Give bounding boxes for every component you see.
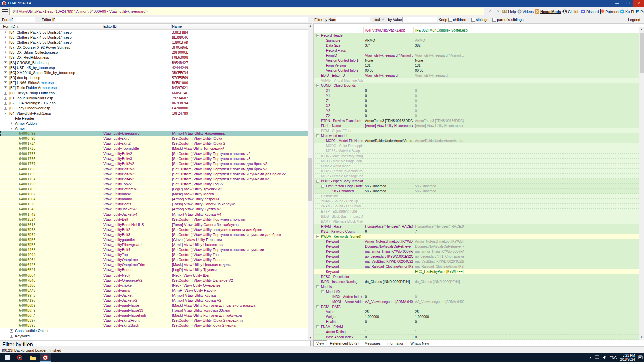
tree-record-row[interactable]: 64003DBFVtaw_utilityElbowguard[ArmL] Vta… bbox=[0, 242, 308, 247]
grid-row[interactable]: ICON - Male Inventory Image bbox=[314, 154, 639, 159]
grid-row[interactable]: VMAD - Virtual Machine Ada... bbox=[314, 78, 639, 83]
grid-row[interactable]: DESC - Description bbox=[314, 274, 639, 279]
override-column-header[interactable]: [FE 082] M8r Complex Sorter.esp bbox=[415, 28, 468, 32]
tree-record-row[interactable]: 64001757Vtaw_utilityBelt2v2[SetCustom] V… bbox=[0, 161, 308, 166]
tree-node-row[interactable]: +Keyword bbox=[0, 334, 308, 339]
grid-row[interactable]: FULL - Name[Armor] Vtaw Utility Наколенн… bbox=[314, 123, 639, 128]
tree-plugin-row[interactable]: +[5C] XM2010_SniperRifle_by_tooun.esp3BC… bbox=[0, 70, 308, 75]
tree-record-row[interactable]: 6400B0FAVtaw_utilitypantyhosehigh[Mask] … bbox=[0, 313, 308, 318]
tree-plugin-row[interactable]: +[60] Dickys Pinup Outfit.esp6605E14E bbox=[0, 90, 308, 96]
tree-record-row[interactable]: 6400830BVtaw_utilitychoker[Neck] Vtaw Ut… bbox=[0, 283, 308, 288]
tree-record-row[interactable]: 64003DBEVtaw_utilitygauntlet[Gloves] Vta… bbox=[0, 237, 308, 242]
tree-record-row[interactable]: 64001F40Vtaw_utilityJacketV3[Armor] Vtaw… bbox=[0, 207, 308, 212]
tree-record-row[interactable]: 6400175AVtaw_utilityBelt4v2[SetCustom] V… bbox=[0, 177, 308, 182]
expander-expand-icon[interactable]: + bbox=[4, 107, 7, 110]
grid-row[interactable]: MOD2 - Model FileNameArmor\RaiderUnderAr… bbox=[314, 138, 639, 143]
grid-row[interactable]: KSIZ - Keyword Count67 bbox=[314, 229, 639, 234]
file-explorer-icon[interactable] bbox=[27, 353, 38, 362]
grid-row[interactable]: −FNAM - FNAM bbox=[314, 324, 639, 329]
formid-input[interactable] bbox=[13, 17, 35, 22]
tab-referenced-by-2-[interactable]: Referenced By (2) bbox=[327, 340, 362, 346]
tree-plugin-row[interactable]: +[61] InoueKinkyKollars.esp79234682 bbox=[0, 96, 308, 101]
grid-row[interactable]: −Model #0 bbox=[314, 289, 639, 294]
tree-record-row[interactable]: 6400173AVtaw_utilityskirt2[SetCustom] Vt… bbox=[0, 141, 308, 146]
expander-expand-icon[interactable]: + bbox=[10, 122, 13, 125]
grid-row[interactable]: −OBND - Object Bounds bbox=[314, 83, 639, 88]
tree-plugin-row[interactable]: −[64] VtawUtilityPack1.esp10F24789 bbox=[0, 111, 308, 116]
grid-row[interactable]: Destructible bbox=[314, 194, 639, 199]
tree-record-row[interactable]: 64003618Vtaw_utilityBootsNoHHS[Torso] Vt… bbox=[0, 222, 308, 227]
keep-children-checkbox[interactable]: children bbox=[448, 18, 466, 22]
expander-expand-icon[interactable]: + bbox=[4, 102, 7, 105]
tree-column-header[interactable]: FormID ▲ EditorID Name bbox=[0, 24, 308, 30]
grid-row[interactable]: EITM - Object Effect bbox=[314, 128, 639, 133]
keep-siblings-checkbox[interactable]: siblings bbox=[471, 18, 488, 22]
scroll-thumb[interactable] bbox=[308, 158, 312, 201]
tree-plugin-row[interactable]: +[54] Clothes Pack 3 by DonEb14n.esp3381… bbox=[0, 30, 308, 35]
scroll-down-icon[interactable]: ▼ bbox=[639, 335, 644, 340]
grid-row[interactable]: Armor Rating11 bbox=[314, 329, 639, 335]
grid-row[interactable]: Z100 bbox=[314, 98, 639, 103]
tree-record-row[interactable]: 6400B0F9Vtaw_utilitypantyhose33[Torso] V… bbox=[0, 308, 308, 313]
tree-plugin-row[interactable]: +[5F] Toxic Raider Armour.espD4397621 bbox=[0, 85, 308, 90]
tree-node-row[interactable]: +Constructible Object bbox=[0, 328, 308, 334]
grid-row[interactable]: FormIDVtaw_utilitykneeguard "[Armor] ...… bbox=[314, 53, 639, 58]
tab-what-s-new[interactable]: What's New bbox=[407, 340, 432, 346]
tree-record-row[interactable]: 64001758Vtaw_utilityBelt2v3[SetCustom] V… bbox=[0, 167, 308, 172]
language-indicator[interactable]: ENG bbox=[610, 356, 617, 360]
expander-expand-icon[interactable]: + bbox=[4, 51, 7, 54]
grid-row[interactable]: Keywordma_Railroad_ClothingArmor [KY...m… bbox=[314, 264, 639, 269]
breadcrumb[interactable]: [64] VtawUtilityPack1.esp (10F24789) \ A… bbox=[9, 8, 484, 15]
tree-record-row[interactable]: 64001ED4Vtaw_utilityammo[Armor] Vtaw Uti… bbox=[0, 197, 308, 202]
expander-expand-icon[interactable]: + bbox=[10, 335, 13, 338]
tree-plugin-row[interactable]: +[59] DX_RedRibbon.espF0E63098 bbox=[0, 55, 308, 60]
tree-record-row[interactable]: 64006BC4Vtaw_utilityNeck[Neck] Vtaw Util… bbox=[0, 273, 308, 278]
grid-row[interactable]: 58 - Unnamed58 - Unnamed58 - Unnamed bbox=[314, 189, 639, 194]
tree-plugin-row[interactable]: +[5B] USP .45_by_tooun.esp42444249 bbox=[0, 65, 308, 70]
tree-record-row[interactable]: 6400A190Vtaw_utilityJacketV2[Armor] Vtaw… bbox=[0, 298, 308, 303]
expander-expand-icon[interactable]: + bbox=[4, 92, 7, 95]
notification-icon[interactable] bbox=[638, 355, 643, 360]
grid-row[interactable]: X100 bbox=[314, 88, 639, 93]
tree-record-row[interactable]: 64001756Vtaw_utilityBeltv3[SetCustom] Vt… bbox=[0, 156, 308, 161]
keep-parents-siblings-checkbox[interactable]: parent's siblings bbox=[492, 18, 524, 22]
expander-expand-icon[interactable]: + bbox=[4, 86, 7, 89]
grid-row[interactable]: MO2S - Material Swap bbox=[314, 148, 639, 154]
navlink-nexusmods[interactable]: NexusMods bbox=[535, 9, 561, 14]
tree-record-row[interactable]: 64001763Vtaw_utilityBottomV2[LegR] Vtaw … bbox=[0, 187, 308, 192]
grid-row[interactable]: EDID - Editor IDVtaw_utilitykneeguardVta… bbox=[314, 73, 639, 78]
filter-name-input[interactable] bbox=[336, 17, 370, 22]
expander-collapse-icon[interactable]: − bbox=[4, 112, 7, 115]
expander-expand-icon[interactable]: + bbox=[4, 56, 7, 59]
grid-row[interactable]: Form Version131131 bbox=[314, 63, 639, 68]
tab-view[interactable]: View bbox=[313, 340, 327, 346]
expander-expand-icon[interactable]: + bbox=[4, 61, 7, 64]
tree-record-row[interactable]: 64005C64Vtaw_utilityOnepiece[SetCustom] … bbox=[0, 257, 308, 262]
grid-row[interactable]: −DATA - DATA bbox=[314, 304, 639, 309]
navlink-paypal[interactable]: PayPal bbox=[635, 9, 644, 14]
network-icon[interactable] bbox=[595, 355, 599, 360]
tree-node-row[interactable]: File Header bbox=[0, 116, 308, 121]
grid-row[interactable]: KeywordDogmeatNoVisualsOnRetrieve [K...D… bbox=[314, 244, 639, 249]
navlink-github[interactable]: GitHub bbox=[562, 9, 579, 14]
close-button[interactable]: ✕ bbox=[633, 0, 644, 7]
tray-expand-icon[interactable]: ∧ bbox=[589, 356, 592, 360]
tree-record-row[interactable]: 64006B21Vtaw_utilityBottom[LegR] Vtaw Ut… bbox=[0, 267, 308, 273]
grid-row[interactable]: INDX - Addon Index00 bbox=[314, 294, 639, 299]
grid-row[interactable]: Y100 bbox=[314, 93, 639, 98]
grid-row[interactable]: ETYP - Equipment Type bbox=[314, 209, 639, 214]
tree-plugin-row[interactable]: +[57] DX Courser X-92 Power Suit.esp3F0C… bbox=[0, 45, 308, 50]
navlink-ko-fi[interactable]: Ko-Fi bbox=[620, 9, 634, 14]
expander-expand-icon[interactable]: + bbox=[4, 41, 7, 44]
tree-record-row[interactable]: 6400B897Vtaw_utilityskirt2Front[SetCusto… bbox=[0, 318, 308, 323]
tree-scrollbar[interactable]: ▲ ▼ bbox=[308, 24, 313, 340]
navlink-discord[interactable]: Discord bbox=[581, 10, 599, 14]
grid-row[interactable]: MODC - Color Remappin... bbox=[314, 143, 639, 148]
navlink-help[interactable]: Help bbox=[502, 10, 516, 14]
tree-record-row[interactable]: 64001ED2Vtaw_utilitymask[Mask] Vtaw Util… bbox=[0, 192, 308, 197]
scroll-up-icon[interactable]: ▲ bbox=[308, 24, 313, 28]
tree-record-row[interactable]: 640099F5Vtaw_utilityJacket[Armor] Vtaw U… bbox=[0, 293, 308, 298]
clock[interactable]: 3:21 PM2/18/2024 bbox=[620, 354, 635, 362]
grid-row[interactable]: YNAM - Sound - Pick Up bbox=[314, 199, 639, 204]
tree-plugin-row[interactable]: +[5E] HN66-SiriusArmor.espBCE81000 bbox=[0, 80, 308, 85]
